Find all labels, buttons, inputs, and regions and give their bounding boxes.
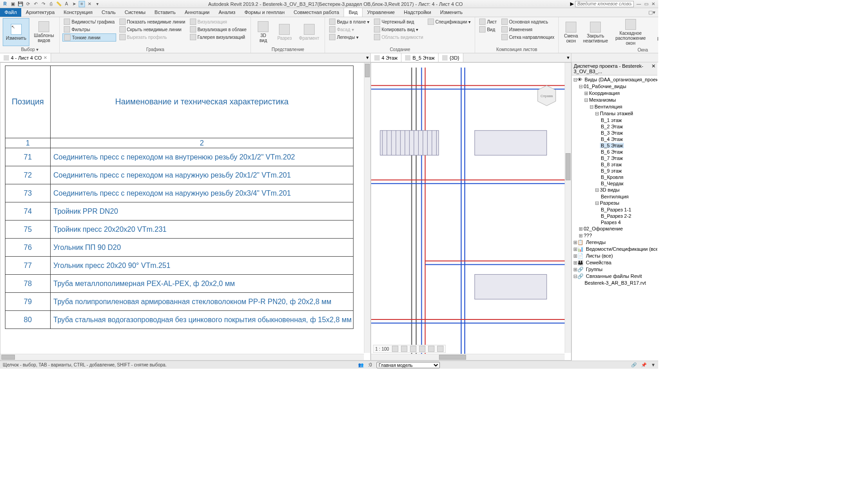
open-icon[interactable]: ▣ [9, 1, 16, 7]
filters-button[interactable]: Фильтры [62, 26, 116, 33]
tree-item-floor[interactable]: В_6 Этаж [600, 149, 624, 155]
revisions-button[interactable]: Изменения [500, 26, 556, 33]
sheet-button[interactable]: Лист [478, 18, 498, 25]
minimize-icon[interactable]: — [636, 1, 642, 7]
tab-architecture[interactable]: Архитектура [21, 8, 59, 17]
remove-hidden-button[interactable]: Скрыть невидимые линии [118, 26, 187, 33]
shadows-icon[interactable] [419, 346, 425, 352]
tree-item-floor[interactable]: В_7 Этаж [600, 155, 624, 161]
tab-modify[interactable]: Изменить [436, 8, 467, 17]
tree-item-floor[interactable]: В_9 этаж [600, 168, 623, 174]
scrollbar-vertical[interactable] [565, 63, 571, 353]
show-hidden-button[interactable]: Показать невидимые линии [118, 18, 187, 25]
sync-icon[interactable]: ⟳ [25, 1, 31, 7]
elevation-button[interactable]: Фасад ▾ [328, 26, 371, 33]
scrollbar-horizontal[interactable] [0, 354, 364, 360]
thin-lines-button[interactable]: Тонкие линии [62, 33, 116, 42]
browser-close-icon[interactable]: ✕ [651, 63, 656, 74]
tab-massing[interactable]: Формы и генплан [240, 8, 289, 17]
filter-icon[interactable]: ▼ [651, 362, 656, 367]
tree-item-floor[interactable]: В_3 Этаж [600, 130, 624, 136]
tab-steel[interactable]: Сталь [97, 8, 120, 17]
scrollbar-horizontal[interactable] [371, 354, 565, 360]
redo-icon[interactable]: ↷ [40, 1, 47, 7]
tabs-dropdown-icon[interactable]: ▾ [365, 53, 370, 62]
hide-icon[interactable] [437, 346, 443, 352]
scale-label[interactable]: 1 : 100 [375, 347, 389, 352]
plan-views-button[interactable]: Виды в плане ▾ [328, 18, 371, 25]
thin-lines-icon[interactable]: ≡ [79, 1, 85, 7]
ribbon-min-icon[interactable]: ▢▾ [646, 8, 658, 17]
render-cloud-button[interactable]: Визуализация в облаке [189, 26, 248, 33]
tree-item-floor[interactable]: В_Кровля [600, 174, 624, 180]
viewtab-sheet4[interactable]: 4 - Лист 4 СО✕ [0, 53, 51, 62]
cut-profile-button[interactable]: Вырезать профиль [118, 33, 187, 41]
arrow-icon[interactable]: ➤ [71, 1, 77, 7]
project-tree[interactable]: ⊟👁 Виды (DAA_организация_проекта) ⊟01_Ра… [572, 75, 657, 287]
3d-view[interactable]: Справа 1 : 100 [371, 62, 571, 361]
dropdown-icon[interactable]: ▾ [94, 1, 100, 7]
tab-annotate[interactable]: Аннотации [180, 8, 214, 17]
save-icon[interactable]: 💾 [17, 1, 24, 7]
select-links-icon[interactable]: 🔗 [631, 362, 637, 367]
visibility-graphics-button[interactable]: Видимость/ графика [62, 18, 116, 25]
crop-icon[interactable] [428, 346, 434, 352]
select-pinned-icon[interactable]: 📌 [641, 362, 646, 367]
close-icon[interactable]: ✕ [650, 1, 656, 7]
tab-insert[interactable]: Вставить [150, 8, 180, 17]
text-icon[interactable]: A [63, 1, 70, 7]
place-view-button[interactable]: Вид [478, 26, 498, 33]
duplicate-view-button[interactable]: Копировать вид ▾ [373, 26, 425, 33]
tabs-dropdown-icon[interactable]: ▾ [566, 53, 571, 62]
visual-style-icon[interactable] [401, 346, 407, 352]
tree-item-floor[interactable]: В_8 этаж [600, 162, 623, 167]
keyword-search[interactable] [575, 1, 634, 7]
drafting-view-button[interactable]: Чертежный вид [373, 18, 425, 25]
close-tab-icon[interactable]: ✕ [43, 55, 47, 60]
cascade-button[interactable]: Каскадное расположение окон [610, 18, 651, 47]
tab-structure[interactable]: Конструкция [59, 8, 97, 17]
tree-item-floor[interactable]: В_2 Этаж [600, 124, 624, 129]
sheet-view[interactable]: ПозицияНаименование и техническая характ… [0, 62, 371, 361]
restore-icon[interactable]: ▭ [643, 1, 649, 7]
3d-model-canvas[interactable]: Справа [371, 63, 571, 360]
tab-collaborate[interactable]: Совместная работа [289, 8, 344, 17]
tab-view[interactable]: Вид [344, 8, 363, 17]
close-inactive-button[interactable]: Закрыть неактивные [582, 18, 609, 47]
main-model-select[interactable]: Главная модель [377, 362, 440, 368]
file-tab[interactable]: Файл [0, 8, 21, 17]
tree-item-floor[interactable]: В_1 этаж [600, 117, 623, 123]
detail-level-icon[interactable] [392, 346, 398, 352]
undo-icon[interactable]: ↶ [33, 1, 39, 7]
tree-item-floor[interactable]: В_Чердак [600, 181, 624, 186]
legends-button[interactable]: Легенды ▾ [328, 33, 371, 41]
modify-button[interactable]: ↖Изменить [3, 18, 29, 46]
tree-item-floor[interactable]: В_4 Этаж [600, 136, 624, 142]
viewtab-3d[interactable]: {3D} [439, 53, 463, 62]
guide-grid-button[interactable]: Сетка направляющих [500, 33, 556, 41]
scrollbar-vertical[interactable] [364, 63, 370, 353]
tree-item-section[interactable]: В_Разрез 1-1 [600, 207, 632, 212]
schedules-button[interactable]: Спецификации ▾ [426, 18, 472, 25]
view-templates-button[interactable]: Шаблоны видов [31, 18, 57, 46]
view-cube[interactable]: Справа [538, 85, 556, 106]
title-block-button[interactable]: Основная надпись [500, 18, 556, 25]
tree-item-section[interactable]: Разрез 4 [600, 220, 622, 225]
switch-windows-button[interactable]: Смена окон [561, 18, 580, 47]
3d-view-button[interactable]: 3D вид [254, 18, 273, 46]
viewtab-b5[interactable]: B_5 Этаж [401, 53, 439, 62]
tab-systems[interactable]: Системы [120, 8, 150, 17]
tab-manage[interactable]: Управление [363, 8, 399, 17]
tab-analyze[interactable]: Анализ [214, 8, 240, 17]
workset-icon[interactable]: 👥 [358, 362, 363, 367]
close-hidden-icon[interactable]: ✕ [86, 1, 93, 7]
viewtab-floor4[interactable]: 4 Этаж [371, 53, 401, 62]
sun-icon[interactable] [410, 346, 416, 352]
tree-item-floor[interactable]: В_5 Этаж [600, 143, 624, 148]
app-icon[interactable]: R [2, 1, 8, 7]
print-icon[interactable]: ⎙ [48, 1, 54, 7]
tab-addins[interactable]: Надстройки [399, 8, 435, 17]
tree-item-section[interactable]: В_Разрез 2-2 [600, 213, 632, 219]
tile-button[interactable]: Мозаичное расположение окон [652, 18, 658, 47]
measure-icon[interactable]: 📏 [56, 1, 62, 7]
